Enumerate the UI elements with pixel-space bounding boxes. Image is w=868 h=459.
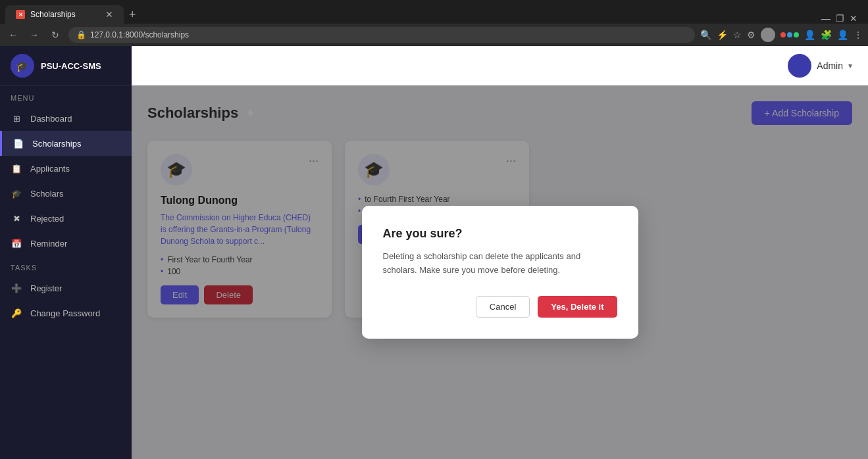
browser-nav: ← → ↻ 🔒 127.0.0.1:8000/scholarships 🔍 ⚡ … [0,24,868,46]
sidebar-tasks-label: Tasks [0,256,132,276]
sidebar-brand: 🎓 PSU-ACC-SMS [0,46,132,86]
sidebar-item-scholars[interactable]: 🎓 Scholars [0,181,132,206]
user-icon[interactable]: 👤 [837,30,848,40]
sidebar-item-label: Applicants [30,164,70,174]
browser-chrome: ✕ Scholarships ✕ + — ❐ ✕ ← → ↻ 🔒 127.0.0… [0,0,868,46]
key-icon: 🔑 [11,307,22,319]
app-layout: 🎓 PSU-ACC-SMS Menu ⊞ Dashboard 📄 Scholar… [0,46,868,459]
reminder-icon: 📅 [11,237,22,249]
sidebar-item-scholarships[interactable]: 📄 Scholarships [0,131,132,156]
register-icon: ➕ [11,282,22,294]
search-icon[interactable]: 🔍 [700,30,711,40]
sidebar-item-label: Change Password [30,308,100,318]
forward-button[interactable]: → [26,27,42,43]
extensions-icon[interactable]: ⚡ [717,30,728,40]
back-button[interactable]: ← [5,27,21,43]
refresh-button[interactable]: ↻ [47,27,63,43]
profile-icon[interactable]: 👤 [804,30,815,40]
new-tab-button[interactable]: + [124,5,141,24]
browser-tabs: ✕ Scholarships ✕ + — ❐ ✕ [0,0,868,24]
sidebar-item-dashboard[interactable]: ⊞ Dashboard [0,106,132,131]
puzzle-icon[interactable]: 🧩 [821,30,832,40]
sidebar-item-rejected[interactable]: ✖ Rejected [0,206,132,231]
tab-close-button[interactable]: ✕ [105,9,113,20]
tab-controls: — ❐ ✕ [816,13,863,24]
sidebar-item-label: Register [30,283,62,293]
bookmark-icon[interactable]: ☆ [733,30,742,40]
profile-circle[interactable] [761,28,775,42]
browser-nav-icons: 🔍 ⚡ ☆ ⚙ 👤 🧩 👤 ⋮ [700,28,863,42]
url-text: 127.0.0.1:8000/scholarships [90,30,189,39]
topbar: Admin ▾ [132,46,868,85]
settings-icon[interactable]: ⚙ [747,30,755,40]
cancel-button[interactable]: Cancel [476,296,530,318]
sidebar-item-reminder[interactable]: 📅 Reminder [0,231,132,256]
topbar-avatar [788,54,811,78]
brand-icon: 🎓 [11,54,34,78]
topbar-username: Admin [817,60,843,71]
active-tab[interactable]: ✕ Scholarships ✕ [5,5,124,24]
address-bar[interactable]: 🔒 127.0.0.1:8000/scholarships [68,27,695,43]
scholarships-icon: 📄 [13,137,24,149]
dashboard-icon: ⊞ [11,112,22,124]
menu-icon[interactable]: ⋮ [854,30,863,40]
sidebar-item-applicants[interactable]: 📋 Applicants [0,156,132,181]
modal-overlay: Are you sure? Deleting a scholarship can… [132,85,868,459]
sidebar-item-label: Scholars [30,189,64,199]
dialog-body: Deleting a scholarship can delete the ap… [383,250,617,278]
dialog-title: Are you sure? [383,227,617,241]
sidebar: 🎓 PSU-ACC-SMS Menu ⊞ Dashboard 📄 Scholar… [0,46,132,459]
dialog-actions: Cancel Yes, Delete it [383,296,617,318]
sidebar-item-change-password[interactable]: 🔑 Change Password [0,301,132,326]
sidebar-item-register[interactable]: ➕ Register [0,276,132,301]
close-window-button[interactable]: ✕ [850,13,857,24]
tab-favicon: ✕ [16,10,25,19]
brand-name: PSU-ACC-SMS [41,61,101,71]
sidebar-item-label: Reminder [30,239,67,249]
color-icon [780,32,799,37]
topbar-dropdown-arrow: ▾ [848,61,852,70]
sidebar-item-label: Scholarships [32,139,81,149]
tab-label: Scholarships [30,10,76,19]
page-content: Scholarships ✦ + Add Scholarship 🎓 ··· T… [132,85,868,459]
applicants-icon: 📋 [11,162,22,174]
main-content: Admin ▾ Scholarships ✦ + Add Scholarship… [132,46,868,459]
minimize-button[interactable]: — [821,13,830,24]
lock-icon: 🔒 [76,30,86,39]
rejected-icon: ✖ [11,212,22,224]
sidebar-item-label: Rejected [30,214,64,224]
maximize-button[interactable]: ❐ [836,13,844,24]
sidebar-menu-label: Menu [0,86,132,106]
confirm-dialog: Are you sure? Deleting a scholarship can… [362,206,638,339]
topbar-user[interactable]: Admin ▾ [788,54,852,78]
scholars-icon: 🎓 [11,187,22,199]
sidebar-item-label: Dashboard [30,114,72,124]
confirm-delete-button[interactable]: Yes, Delete it [538,296,617,318]
